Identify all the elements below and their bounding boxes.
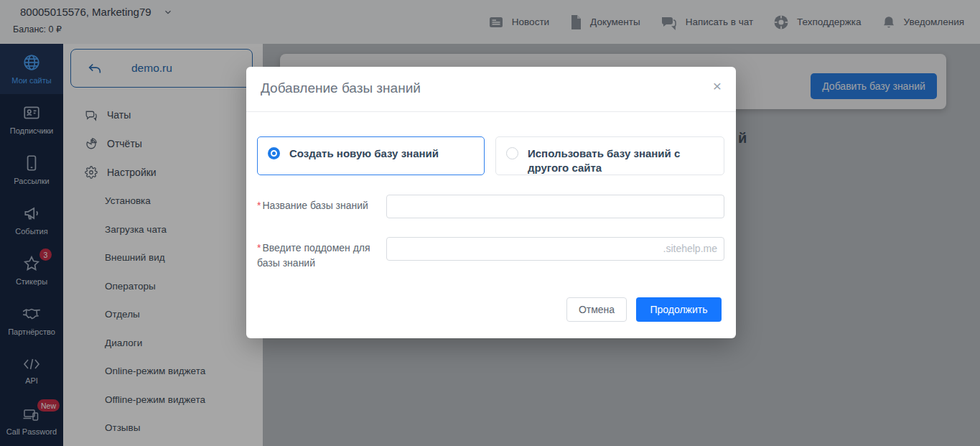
option-label: Использовать базу знаний с другого сайта — [528, 147, 715, 175]
option-label: Создать новую базу знаний — [289, 147, 439, 161]
continue-button[interactable]: Продолжить — [636, 297, 722, 322]
modal-title: Добавление базы знаний — [261, 80, 421, 96]
kb-name-label: *Название базы знаний — [257, 198, 383, 213]
app-root: 80005015576, Marketing79 Баланс: 0 ₽ Нов… — [0, 0, 980, 446]
add-knowledge-base-modal: Добавление базы знаний × Создать новую б… — [246, 67, 736, 338]
cancel-button[interactable]: Отмена — [566, 297, 627, 322]
required-asterisk: * — [257, 242, 261, 254]
kb-subdomain-input[interactable] — [386, 237, 724, 261]
radio-selected-icon[interactable] — [268, 147, 280, 159]
required-asterisk: * — [257, 200, 261, 211]
kb-name-input[interactable] — [386, 195, 724, 218]
option-use-existing-kb[interactable]: Использовать базу знаний с другого сайта — [495, 136, 724, 175]
option-create-new-kb[interactable]: Создать новую базу знаний — [257, 136, 485, 175]
modal-header: Добавление базы знаний × — [246, 67, 736, 112]
kb-subdomain-label: *Введите поддомен для базы знаний — [257, 241, 383, 271]
close-icon[interactable]: × — [713, 78, 722, 93]
radio-unselected-icon[interactable] — [506, 147, 518, 159]
